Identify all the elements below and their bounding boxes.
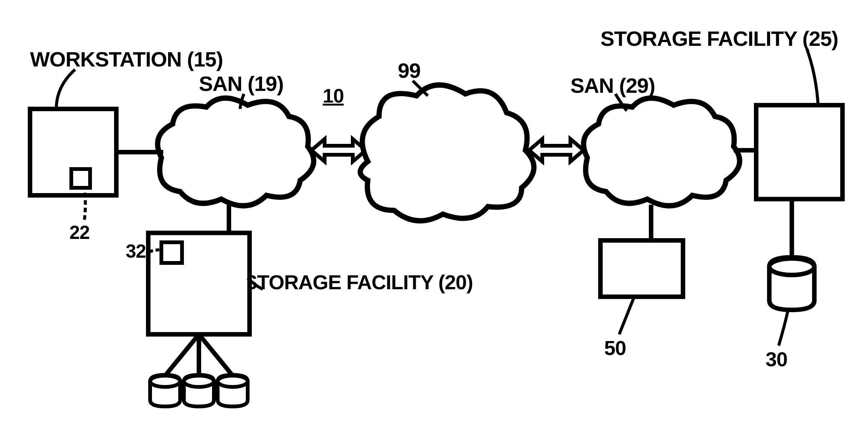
diagram-svg: [0, 0, 868, 438]
leader-storage25: [807, 49, 818, 105]
storage-20-box: [148, 205, 250, 334]
arrow-san19-ip: [311, 139, 366, 162]
svg-point-3: [769, 258, 814, 275]
svg-line-9: [165, 334, 199, 376]
svg-point-13: [184, 376, 214, 387]
box-50: [600, 205, 683, 297]
leader-22: [84, 190, 86, 220]
svg-rect-1: [71, 169, 90, 188]
ip-cloud: [360, 85, 534, 221]
disk-30: [769, 257, 814, 310]
workstation-box: [30, 109, 116, 195]
svg-rect-5: [600, 240, 683, 297]
diagram-stage: WORKSTATION (15) SAN (19) 10 99 SAN (29)…: [0, 0, 868, 438]
san-19-cloud: [158, 98, 314, 206]
disk-cluster: [150, 375, 248, 406]
svg-rect-2: [756, 105, 842, 199]
san-29-cloud: [584, 98, 740, 206]
svg-point-14: [218, 376, 248, 387]
svg-point-12: [150, 376, 180, 387]
leader-30: [779, 310, 788, 346]
arrow-ip-san29: [529, 139, 584, 162]
leader-workstation: [56, 69, 75, 109]
svg-rect-8: [161, 242, 182, 263]
svg-line-11: [199, 334, 233, 376]
storage-25-box: [756, 105, 842, 199]
storage20-tripod: [165, 334, 233, 376]
leader-50: [619, 297, 634, 334]
